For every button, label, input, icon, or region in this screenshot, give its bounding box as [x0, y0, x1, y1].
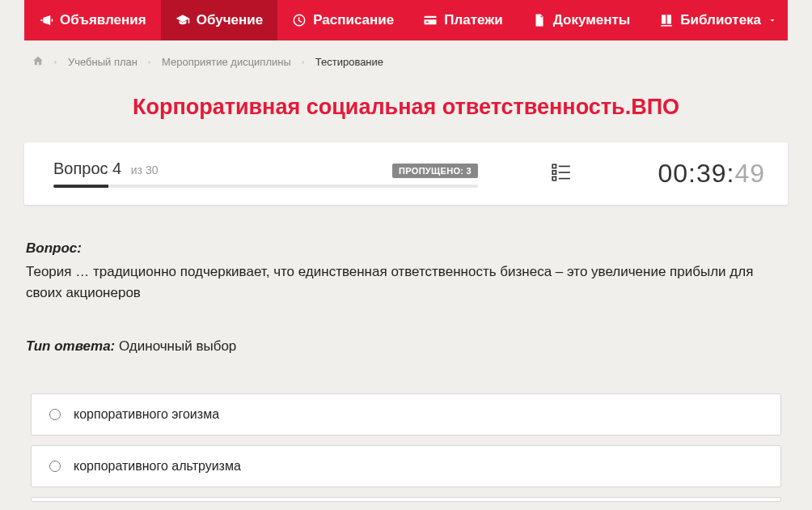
- page-title: Корпоративная социальная ответственность…: [24, 95, 788, 120]
- svg-rect-0: [552, 164, 556, 168]
- option-radio[interactable]: [49, 409, 61, 420]
- nav-label: Платежи: [444, 12, 503, 28]
- option-radio[interactable]: [49, 461, 61, 472]
- option-text: корпоративного эгоизма: [74, 407, 219, 422]
- nav-label: Библиотека: [680, 12, 761, 28]
- document-icon: [532, 13, 547, 28]
- book-icon: [659, 13, 674, 28]
- breadcrumb-link[interactable]: Учебный план: [68, 56, 137, 68]
- main-nav: Объявления Обучение Расписание Платежи Д…: [24, 0, 788, 40]
- breadcrumb-link[interactable]: Мероприятие дисциплины: [162, 56, 291, 68]
- question-list-toggle[interactable]: [551, 162, 572, 186]
- breadcrumb-home[interactable]: [32, 55, 44, 69]
- option-row[interactable]: корпоративного альтруизма: [31, 445, 781, 487]
- options-list: корпоративного эгоизма корпоративного ал…: [24, 393, 788, 502]
- question-text: Теория … традиционно подчеркивает, что е…: [26, 261, 786, 303]
- option-row-partial: [31, 497, 781, 502]
- timer: 00:39:49: [658, 159, 765, 189]
- question-label: Вопрос:: [26, 240, 786, 257]
- quiz-header: Вопрос 4 из 30 ПРОПУЩЕНО: 3: [24, 142, 788, 205]
- nav-library[interactable]: Библиотека: [645, 0, 792, 40]
- nav-announcements[interactable]: Объявления: [24, 0, 161, 40]
- nav-label: Обучение: [197, 12, 263, 28]
- svg-rect-2: [552, 176, 556, 180]
- nav-payments[interactable]: Платежи: [408, 0, 518, 40]
- option-text: корпоративного альтруизма: [74, 459, 241, 474]
- megaphone-icon: [39, 13, 53, 28]
- breadcrumb-current: Тестирование: [315, 56, 383, 68]
- question-body: Вопрос: Теория … традиционно подчеркивае…: [24, 240, 788, 355]
- breadcrumb: Учебный план Мероприятие дисциплины Тест…: [24, 49, 788, 80]
- svg-rect-1: [552, 170, 556, 173]
- option-row[interactable]: корпоративного эгоизма: [31, 393, 781, 436]
- question-total: из 30: [131, 164, 159, 176]
- chevron-right-icon: [146, 58, 154, 66]
- progress-bar: [53, 185, 478, 188]
- question-progress: Вопрос 4 из 30 ПРОПУЩЕНО: 3: [53, 159, 478, 188]
- nav-education[interactable]: Обучение: [161, 0, 277, 40]
- nav-schedule[interactable]: Расписание: [277, 0, 408, 40]
- nav-label: Документы: [553, 12, 631, 28]
- question-number: Вопрос 4: [53, 159, 126, 177]
- graduation-icon: [176, 13, 190, 28]
- progress-fill: [53, 185, 108, 188]
- nav-label: Расписание: [313, 12, 394, 28]
- chevron-right-icon: [299, 58, 307, 66]
- skipped-badge: ПРОПУЩЕНО: 3: [392, 164, 478, 178]
- clock-icon: [292, 13, 307, 28]
- card-icon: [423, 13, 438, 28]
- nav-label: Объявления: [60, 12, 146, 28]
- nav-documents[interactable]: Документы: [518, 0, 645, 40]
- chevron-down-icon: [768, 15, 777, 25]
- answer-type: Тип ответа: Одиночный выбор: [26, 338, 786, 355]
- chevron-right-icon: [52, 58, 60, 66]
